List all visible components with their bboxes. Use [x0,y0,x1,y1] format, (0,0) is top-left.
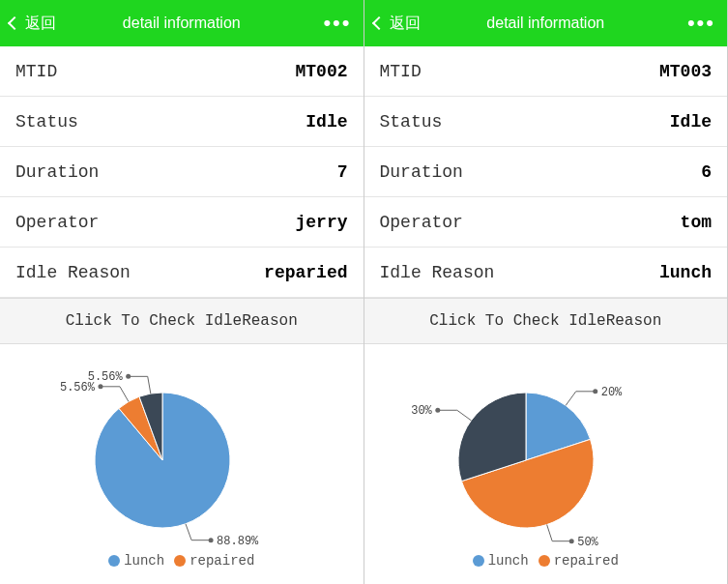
legend-item-lunch: lunch [108,553,164,569]
label-idle-reason: Idle Reason [380,263,495,282]
pie-chart: 20%50%30% [410,364,681,547]
chart-area: 20%50%30% lunchrepaired [364,344,728,584]
label-duration: Duration [15,162,99,182]
app-container: 返回 detail information ••• MTID MT002 Sta… [0,0,728,584]
chevron-left-icon [8,16,21,30]
back-label: 返回 [25,14,56,34]
value-duration: 6 [701,162,712,182]
panel-right: 返回 detail information ••• MTID MT003 Sta… [364,0,729,584]
pie-label-lunch: 88.89% [217,535,259,547]
check-idle-reason-button[interactable]: Click To Check IdleReason [364,298,728,344]
svg-point-5 [436,408,441,413]
row-duration: Duration 7 [0,147,364,197]
value-mtid: MT002 [295,62,347,81]
pie-label-other: 30% [411,404,432,418]
row-duration: Duration 6 [364,147,728,197]
pie-label-other: 5.56% [87,370,123,384]
value-status: Idle [670,112,712,131]
label-operator: Operator [380,213,463,232]
value-idle-reason: reparied [264,263,347,282]
pie-label-lunch: 20% [601,386,623,399]
value-duration: 7 [337,162,348,182]
chart-area: 88.89%5.56%5.56% lunchrepaired [0,344,364,584]
chart-legend: lunchrepaired [473,553,619,569]
row-mtid: MTID MT003 [364,46,728,97]
button-label: Click To Check IdleReason [66,312,298,330]
label-operator: Operator [15,213,99,232]
back-label: 返回 [390,14,421,34]
pie-chart: 88.89%5.56%5.56% [46,364,317,547]
svg-point-1 [98,384,102,389]
legend-item-lunch: lunch [473,553,529,569]
row-operator: Operator tom [364,197,728,248]
value-operator: jerry [295,213,347,232]
chevron-left-icon [371,16,385,30]
label-mtid: MTID [15,62,57,81]
value-idle-reason: lunch [659,263,712,282]
back-button[interactable]: 返回 [374,14,421,34]
legend-item-repaired: repaired [539,553,619,569]
chart-legend: lunchrepaired [108,553,254,569]
label-mtid: MTID [380,62,422,81]
label-idle-reason: Idle Reason [15,263,131,282]
header: 返回 detail information ••• [364,0,728,46]
svg-point-3 [593,389,597,394]
panel-left: 返回 detail information ••• MTID MT002 Sta… [0,0,364,584]
more-button[interactable]: ••• [687,13,715,34]
label-status: Status [15,112,78,131]
label-status: Status [380,112,443,131]
svg-point-0 [208,538,213,542]
back-button[interactable]: 返回 [10,14,56,34]
svg-point-2 [126,374,131,379]
row-status: Status Idle [0,97,364,147]
value-operator: tom [681,213,712,232]
more-button[interactable]: ••• [323,13,351,34]
pie-label-repaired: 50% [577,536,598,547]
value-status: Idle [306,112,347,131]
row-status: Status Idle [364,97,728,147]
check-idle-reason-button[interactable]: Click To Check IdleReason [0,298,364,344]
label-duration: Duration [380,162,463,182]
row-idle-reason: Idle Reason lunch [364,248,728,298]
header: 返回 detail information ••• [0,0,364,46]
row-operator: Operator jerry [0,197,364,248]
row-mtid: MTID MT002 [0,46,364,97]
button-label: Click To Check IdleReason [429,312,661,330]
value-mtid: MT003 [659,62,712,81]
row-idle-reason: Idle Reason reparied [0,248,364,298]
legend-item-repaired: repaired [174,553,254,569]
svg-point-4 [569,539,574,543]
